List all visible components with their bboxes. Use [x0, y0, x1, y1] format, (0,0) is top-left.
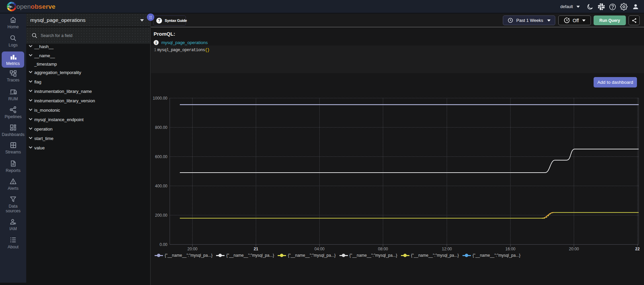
svg-text:1000.00: 1000.00: [153, 96, 168, 101]
svg-text:08:00: 08:00: [378, 247, 388, 251]
svg-text:600.00: 600.00: [155, 154, 167, 159]
svg-text:12:00: 12:00: [442, 247, 452, 251]
svg-text:22: 22: [635, 247, 640, 251]
svg-text:0.00: 0.00: [160, 242, 168, 247]
svg-text:16:00: 16:00: [505, 247, 515, 251]
svg-text:400.00: 400.00: [155, 184, 167, 188]
svg-text:04:00: 04:00: [314, 247, 324, 251]
svg-text:200.00: 200.00: [155, 213, 167, 218]
svg-text:20:00: 20:00: [187, 247, 197, 251]
svg-text:20:00: 20:00: [569, 247, 579, 251]
svg-text:800.00: 800.00: [155, 125, 167, 130]
svg-text:21: 21: [254, 247, 258, 251]
